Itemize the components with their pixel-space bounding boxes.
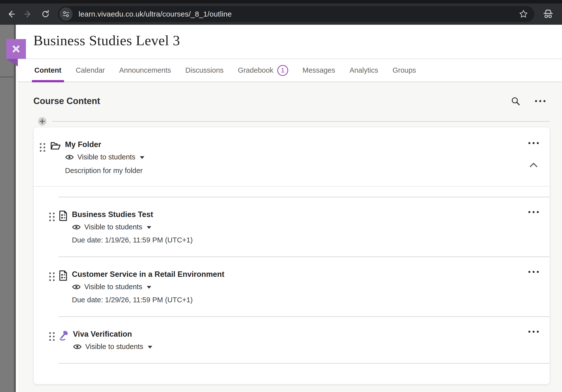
visibility-label: Visible to students (84, 283, 142, 291)
tab-badge: 1 (277, 65, 288, 76)
tab-label: Gradebook (238, 66, 274, 74)
eye-icon (72, 283, 81, 290)
drag-handle-icon[interactable] (40, 143, 45, 152)
bookmark-button[interactable] (519, 9, 528, 19)
screen: learn.vivaedu.co.uk/ultra/courses/_8_1/o… (0, 0, 562, 392)
course-page: Business Studies Level 3 Content Calenda… (18, 25, 562, 392)
incognito-icon (542, 8, 555, 21)
search-icon (510, 96, 521, 106)
close-panel-button[interactable] (6, 39, 26, 59)
visibility-label: Visible to students (85, 343, 143, 351)
item-title[interactable]: Business Studies Test (72, 210, 528, 219)
course-tab[interactable]: Announcements (118, 59, 172, 82)
item-menu-button[interactable] (528, 331, 539, 333)
ellipsis-icon (528, 271, 539, 273)
caret-down-icon (148, 346, 152, 348)
collapsed-side-panel[interactable] (0, 25, 16, 392)
ellipsis-icon (535, 100, 545, 102)
assessment-document-icon (58, 210, 68, 221)
assessment-document-icon (58, 270, 68, 281)
search-button[interactable] (510, 96, 521, 106)
site-settings-icon (62, 10, 70, 18)
visibility-dropdown[interactable]: Visible to students (72, 283, 528, 291)
back-arrow-icon (5, 9, 16, 20)
due-date: Due date: 1/19/26, 11:59 PM (UTC+1) (72, 236, 528, 244)
folder-row: My Folder Visible to students Descriptio… (34, 127, 550, 187)
course-tab[interactable]: Discussions (184, 59, 225, 82)
course-tab[interactable]: Content (33, 59, 63, 82)
content-header: Course Content (33, 96, 550, 106)
ellipsis-icon (528, 331, 539, 333)
course-tab-bar: Content Calendar Announcements Discussio… (18, 59, 562, 82)
chevron-up-icon (529, 162, 538, 168)
content-item-row: Business Studies Test Visible to student… (34, 197, 550, 257)
course-tab[interactable]: Analytics (348, 59, 379, 82)
site-settings-button[interactable] (59, 7, 73, 21)
ellipsis-icon (528, 211, 539, 213)
item-menu-button[interactable] (528, 211, 539, 213)
course-title: Business Studies Level 3 (33, 32, 562, 49)
content-item: Viva Verification Visible to students (34, 316, 550, 363)
forward-arrow-icon (23, 9, 34, 20)
tab-label: Groups (392, 66, 416, 74)
item-divider (58, 363, 550, 364)
section-heading: Course Content (33, 96, 100, 106)
content-item-row: Customer Service in a Retail Environment… (34, 257, 550, 316)
tab-label: Content (34, 66, 62, 74)
visibility-dropdown[interactable]: Visible to students (73, 343, 528, 351)
content-area: Course Content (18, 82, 562, 392)
folder-contents: Business Studies Test Visible to student… (34, 187, 550, 364)
tab-label: Calendar (76, 66, 105, 74)
add-content-row (33, 117, 550, 126)
eye-icon (72, 224, 81, 231)
tab-label: Analytics (349, 66, 378, 74)
browser-toolbar: learn.vivaedu.co.uk/ultra/courses/_8_1/o… (0, 3, 562, 25)
tab-label: Announcements (119, 66, 171, 74)
content-item: Customer Service in a Retail Environment… (34, 257, 550, 316)
item-menu-button[interactable] (528, 271, 539, 273)
item-main: Business Studies Test Visible to student… (72, 210, 528, 244)
folder-title[interactable]: My Folder (65, 140, 528, 149)
course-tab[interactable]: Groups (391, 59, 417, 82)
back-button[interactable] (5, 9, 16, 20)
url-text[interactable]: learn.vivaedu.co.uk/ultra/courses/_8_1/o… (79, 10, 515, 18)
item-title[interactable]: Viva Verification (73, 330, 528, 339)
header-actions (510, 96, 550, 106)
reload-icon (40, 9, 51, 20)
ellipsis-icon (528, 142, 539, 144)
content-item: Business Studies Test Visible to student… (34, 197, 550, 257)
item-main: Customer Service in a Retail Environment… (72, 270, 528, 304)
visibility-dropdown[interactable]: Visible to students (65, 153, 528, 161)
page-header: Business Studies Level 3 (18, 25, 562, 59)
eye-icon (65, 154, 74, 161)
address-bar[interactable]: learn.vivaedu.co.uk/ultra/courses/_8_1/o… (58, 6, 534, 22)
visibility-label: Visible to students (77, 153, 135, 161)
bookmark-star-icon (519, 9, 528, 19)
drag-handle-icon[interactable] (49, 272, 55, 281)
reload-button[interactable] (40, 9, 51, 20)
folder-menu-button[interactable] (528, 142, 539, 144)
add-content-button[interactable] (38, 117, 46, 126)
tab-label: Messages (303, 66, 335, 74)
close-icon (11, 44, 22, 54)
course-content-card: My Folder Visible to students Descriptio… (33, 127, 550, 384)
visibility-label: Visible to students (84, 223, 142, 231)
folder-main: My Folder Visible to students Descriptio… (65, 140, 528, 175)
visibility-dropdown[interactable]: Visible to students (72, 223, 528, 231)
incognito-indicator (542, 8, 555, 21)
plus-icon (40, 119, 45, 124)
folder-icon (50, 141, 61, 152)
content-item-row: Viva Verification Visible to students (34, 317, 550, 363)
item-title[interactable]: Customer Service in a Retail Environment (72, 270, 528, 279)
drag-handle-icon[interactable] (49, 213, 55, 221)
caret-down-icon (147, 226, 151, 229)
course-content-menu-button[interactable] (535, 100, 545, 102)
eye-icon (73, 343, 82, 350)
course-tab[interactable]: Calendar (75, 59, 106, 82)
collapse-folder-button[interactable] (529, 162, 538, 168)
side-panel-divider (0, 77, 14, 77)
course-tab[interactable]: Gradebook 1 (237, 59, 289, 82)
forward-button[interactable] (23, 9, 34, 20)
course-tab[interactable]: Messages (302, 59, 336, 82)
drag-handle-icon[interactable] (49, 332, 55, 341)
